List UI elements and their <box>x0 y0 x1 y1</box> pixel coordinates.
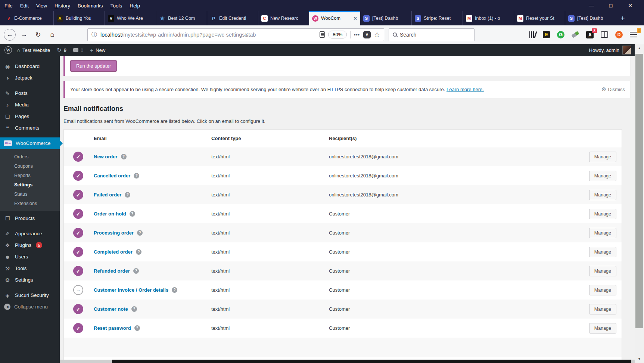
menu-help[interactable]: Help <box>130 3 140 9</box>
manage-button[interactable]: Manage <box>589 247 616 257</box>
manage-button[interactable]: Manage <box>589 190 616 200</box>
tab-woocommerce-active[interactable]: W WooCom ✕ <box>309 11 360 25</box>
help-icon[interactable]: ? <box>134 173 139 179</box>
menu-edit[interactable]: Edit <box>20 3 29 9</box>
help-icon[interactable]: ? <box>130 211 135 217</box>
help-icon[interactable]: ? <box>133 268 139 274</box>
url-bar[interactable]: ⓘ localhost/mytestsite/wp-admin/admin.ph… <box>87 28 384 41</box>
help-icon[interactable]: ? <box>125 192 130 198</box>
email-type-link[interactable]: Refunded order <box>94 268 130 274</box>
admin-bar-new[interactable]: + New <box>88 44 107 56</box>
sidebar-item-dashboard[interactable]: ◉ Dashboard <box>0 60 60 72</box>
scroll-up-arrow[interactable]: ▲ <box>635 44 644 52</box>
d-extension-icon[interactable]: D <box>615 31 623 38</box>
pocket-icon[interactable]: ∨ <box>363 31 371 38</box>
menu-tools[interactable]: Tools <box>111 3 122 9</box>
tab-test-dashboard-2[interactable]: S [Test] Dashb <box>565 11 616 25</box>
home-button[interactable]: ⌂ <box>46 29 58 41</box>
sidebar-item-posts[interactable]: ✎ Posts <box>0 87 60 99</box>
sidebar-item-products[interactable]: ❒ Products <box>0 212 60 224</box>
email-type-link[interactable]: Failed order <box>94 192 121 198</box>
scroll-down-arrow[interactable]: ▼ <box>635 355 644 363</box>
tab-reset-your-store[interactable]: M Reset your St <box>514 11 565 25</box>
tab-new-research[interactable]: C New Researc <box>258 11 309 25</box>
admin-bar-site-name[interactable]: ⌂ Test Website <box>15 44 52 56</box>
close-button[interactable]: ✕ <box>627 3 634 9</box>
sidebar-collapse-menu[interactable]: ◀ Collapse menu <box>0 301 60 313</box>
vertical-scrollbar-thumb[interactable] <box>635 54 643 328</box>
open-menu-icon[interactable]: ! <box>630 32 637 38</box>
email-type-link[interactable]: New order <box>94 154 118 159</box>
wordpress-logo-icon[interactable]: W <box>4 46 12 54</box>
reload-button[interactable]: ↻ <box>32 29 44 41</box>
close-tab-icon[interactable]: ✕ <box>353 16 357 21</box>
email-type-link[interactable]: Processing order <box>94 230 134 236</box>
email-type-link[interactable]: Completed order <box>94 249 133 255</box>
manage-button[interactable]: Manage <box>589 228 616 238</box>
admin-bar-updates[interactable]: ↻ 9 <box>55 44 68 56</box>
sidebar-item-users[interactable]: ☻ Users <box>0 251 60 263</box>
tab-test-dashboard-1[interactable]: S [Test] Dashb <box>360 11 411 25</box>
help-icon[interactable]: ? <box>136 249 141 255</box>
tab-building-your[interactable]: A Building You <box>53 11 105 25</box>
submenu-item-settings[interactable]: Settings <box>0 180 60 189</box>
forward-button[interactable]: → <box>18 29 30 41</box>
sidebar-item-tools[interactable]: ⚒ Tools <box>0 263 60 274</box>
manage-button[interactable]: Manage <box>589 209 616 219</box>
sidebar-item-appearance[interactable]: ✐ Appearance <box>0 228 60 239</box>
menu-history[interactable]: History <box>55 3 70 9</box>
admin-bar-account[interactable]: Howdy, admin <box>589 46 631 55</box>
email-type-link[interactable]: Customer invoice / Order details <box>94 287 168 293</box>
menu-view[interactable]: View <box>36 3 47 9</box>
help-icon[interactable]: ? <box>131 306 137 312</box>
menu-file[interactable]: File <box>4 3 13 9</box>
vertical-scrollbar[interactable]: ▲ ▼ <box>635 44 644 363</box>
new-tab-button[interactable]: + <box>616 11 629 25</box>
zoom-level-badge[interactable]: 80% <box>328 31 347 38</box>
flashlight-icon[interactable] <box>571 31 579 38</box>
help-icon[interactable]: ? <box>134 325 140 331</box>
learn-more-link[interactable]: Learn more here. <box>447 87 484 92</box>
evernote-icon[interactable]: E <box>543 31 550 38</box>
horizontal-scrollbar[interactable] <box>60 360 635 363</box>
sidebar-item-sucuri-security[interactable]: ◈ Sucuri Security <box>0 289 60 301</box>
submenu-item-reports[interactable]: Reports <box>0 171 60 180</box>
submenu-item-coupons[interactable]: Coupons <box>0 161 60 171</box>
submenu-item-orders[interactable]: Orders <box>0 152 60 161</box>
manage-button[interactable]: Manage <box>589 323 616 333</box>
tab-best-12[interactable]: ★ Best 12 Com <box>156 11 207 25</box>
dismiss-button[interactable]: ⊗Dismiss <box>601 86 625 93</box>
sidebar-item-media[interactable]: ♪ Media <box>0 99 60 111</box>
tab-who-we-are[interactable]: V Who We Are <box>105 11 156 25</box>
amazon-assistant-icon[interactable]: a8 <box>586 31 594 38</box>
manage-button[interactable]: Manage <box>589 304 616 314</box>
reader-mode-icon[interactable] <box>320 31 325 38</box>
admin-bar-comments[interactable]: 0 <box>71 44 85 56</box>
sidebar-item-comments[interactable]: ❝ Comments <box>0 122 60 134</box>
sidebar-item-plugins[interactable]: ❖ Plugins 5 <box>0 239 60 251</box>
manage-button[interactable]: Manage <box>589 285 616 295</box>
site-info-icon[interactable]: ⓘ <box>91 31 97 38</box>
email-type-link[interactable]: Reset password <box>94 325 131 331</box>
sidebar-item-jetpack[interactable]: ◑ Jetpack <box>0 72 60 84</box>
help-icon[interactable]: ? <box>121 154 127 159</box>
manage-button[interactable]: Manage <box>589 152 616 162</box>
manage-button[interactable]: Manage <box>589 171 616 181</box>
back-button[interactable]: ← <box>4 29 16 41</box>
maximize-button[interactable]: □ <box>607 3 614 9</box>
sidebar-item-settings[interactable]: ⚙ Settings <box>0 274 60 286</box>
page-actions-icon[interactable]: ••• <box>354 32 360 37</box>
tab-stripe-reset[interactable]: S Stripe: Reset <box>411 11 463 25</box>
email-type-link[interactable]: Customer note <box>94 306 128 312</box>
library-icon[interactable] <box>529 31 536 38</box>
sidebar-item-woocommerce[interactable]: Woo WooCommerce <box>0 137 60 149</box>
tab-edit-credentials[interactable]: P Edit Credenti <box>207 11 258 25</box>
horizontal-scrollbar-thumb[interactable] <box>112 360 631 363</box>
search-bar[interactable]: Search <box>389 28 475 41</box>
run-updater-button[interactable]: Run the updater <box>70 60 117 72</box>
tab-ecommerce[interactable]: // E-Commerce <box>2 11 53 25</box>
manage-button[interactable]: Manage <box>589 266 616 276</box>
email-type-link[interactable]: Cancelled order <box>94 173 130 179</box>
url-text[interactable]: localhost/mytestsite/wp-admin/admin.php?… <box>100 32 316 38</box>
grammarly-icon[interactable]: G <box>557 31 564 38</box>
